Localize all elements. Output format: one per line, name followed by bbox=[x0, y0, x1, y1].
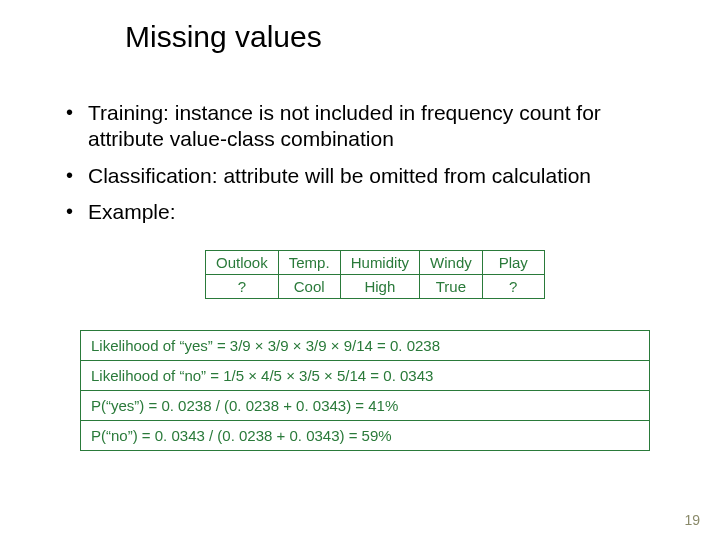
table-row: P(“no”) = 0. 0343 / (0. 0238 + 0. 0343) … bbox=[81, 421, 650, 451]
table-cell: ? bbox=[206, 275, 279, 299]
bullet-item: Training: instance is not included in fr… bbox=[60, 100, 670, 153]
table-header-cell: Play bbox=[482, 251, 544, 275]
table-header-cell: Temp. bbox=[278, 251, 340, 275]
table-row: Likelihood of “yes” = 3/9 × 3/9 × 3/9 × … bbox=[81, 331, 650, 361]
calc-cell: Likelihood of “no” = 1/5 × 4/5 × 3/5 × 5… bbox=[81, 361, 650, 391]
table-header-cell: Humidity bbox=[340, 251, 419, 275]
page-number: 19 bbox=[684, 512, 700, 528]
table-header-cell: Windy bbox=[420, 251, 483, 275]
calc-cell: P(“no”) = 0. 0343 / (0. 0238 + 0. 0343) … bbox=[81, 421, 650, 451]
table-header-cell: Outlook bbox=[206, 251, 279, 275]
bullet-item: Example: bbox=[60, 199, 670, 225]
example-table: Outlook Temp. Humidity Windy Play ? Cool… bbox=[205, 250, 545, 299]
table-row: P(“yes”) = 0. 0238 / (0. 0238 + 0. 0343)… bbox=[81, 391, 650, 421]
table-cell: Cool bbox=[278, 275, 340, 299]
calc-cell: P(“yes”) = 0. 0238 / (0. 0238 + 0. 0343)… bbox=[81, 391, 650, 421]
bullet-list: Training: instance is not included in fr… bbox=[60, 100, 670, 235]
table-cell: True bbox=[420, 275, 483, 299]
slide: Missing values Training: instance is not… bbox=[0, 0, 720, 540]
table-row: Outlook Temp. Humidity Windy Play bbox=[206, 251, 545, 275]
bullet-item: Classification: attribute will be omitte… bbox=[60, 163, 670, 189]
table-row: ? Cool High True ? bbox=[206, 275, 545, 299]
calc-cell: Likelihood of “yes” = 3/9 × 3/9 × 3/9 × … bbox=[81, 331, 650, 361]
table-row: Likelihood of “no” = 1/5 × 4/5 × 3/5 × 5… bbox=[81, 361, 650, 391]
table-cell: ? bbox=[482, 275, 544, 299]
page-title: Missing values bbox=[125, 20, 322, 54]
calculation-table: Likelihood of “yes” = 3/9 × 3/9 × 3/9 × … bbox=[80, 330, 650, 451]
table-cell: High bbox=[340, 275, 419, 299]
